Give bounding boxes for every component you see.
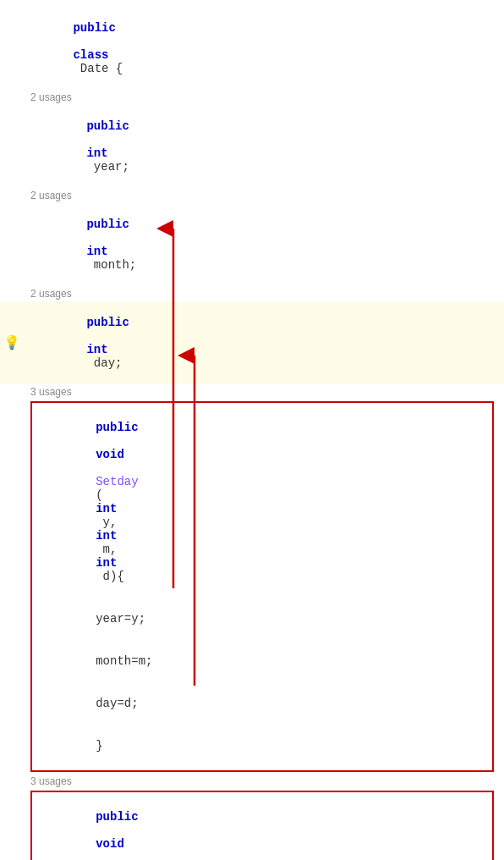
code-line: month=m; — [39, 641, 485, 681]
usage-printday: 3 usages — [0, 775, 504, 787]
usage-day: 2 usages — [0, 288, 504, 300]
usage-month: 2 usages — [0, 190, 504, 201]
code-container: public class Date { 2 usages public int … — [0, 0, 504, 860]
code-line: public void printDay (){ — [39, 797, 485, 860]
code-line: public void Setday ( int y, int m, int d… — [39, 407, 485, 597]
line-printday-sig: public void printDay (){ — [39, 796, 485, 860]
code-line: year=y; — [39, 598, 485, 639]
code-line: public class Date { — [24, 8, 504, 89]
code-line: day=d; — [39, 683, 485, 724]
line-setday-year: year=y; — [39, 598, 485, 640]
usage-setday: 3 usages — [0, 386, 504, 398]
line-setday-sig: public void Setday ( int y, int m, int d… — [39, 406, 485, 598]
setday-box: public void Setday ( int y, int m, int d… — [30, 401, 494, 772]
code-line: } — [39, 725, 485, 766]
keyword-public: public — [73, 21, 115, 35]
bulb-icon: 💡 — [3, 334, 20, 351]
line-class-header: public class Date { — [0, 7, 504, 90]
line-month-field: public int month; — [0, 203, 504, 286]
keyword-class: class — [73, 48, 108, 62]
line-setday-close: } — [39, 725, 485, 767]
line-setday-day: day=d; — [39, 682, 485, 725]
printday-box: public void printDay (){ System. out . p… — [30, 791, 494, 860]
usage-year: 2 usages — [0, 91, 504, 103]
code-line: public int year; — [24, 106, 504, 187]
line-day-field: 💡 public int day; — [0, 301, 504, 384]
gutter-bulb: 💡 — [0, 334, 24, 351]
line-setday-month: month=m; — [39, 640, 485, 682]
code-line: public int month; — [24, 204, 504, 285]
code-line: public int day; — [24, 302, 504, 383]
line-year-field: public int year; — [0, 105, 504, 188]
